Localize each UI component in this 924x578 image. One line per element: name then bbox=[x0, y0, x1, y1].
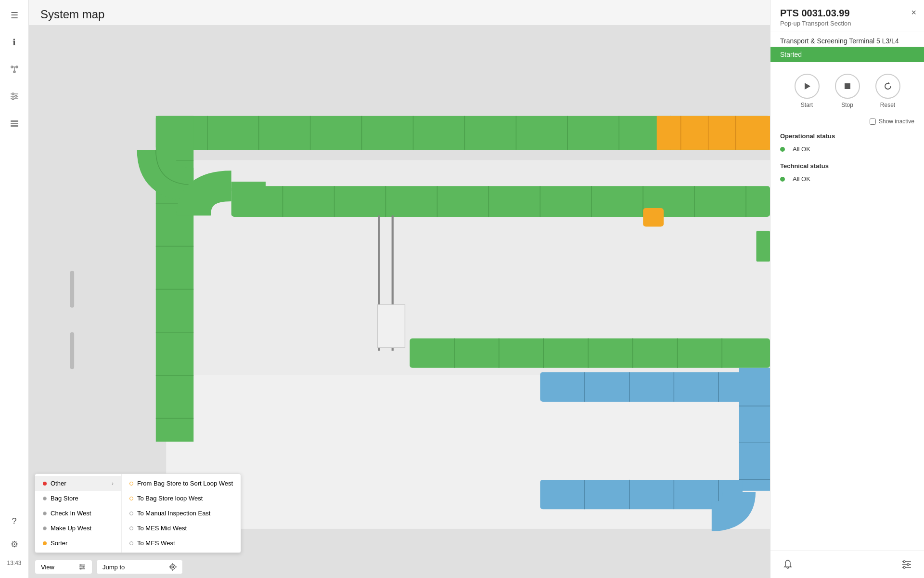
svg-point-85 bbox=[80, 568, 82, 570]
submenu-label-4: To MES Mid West bbox=[137, 525, 187, 532]
svg-rect-11 bbox=[11, 120, 18, 122]
stop-label: Stop bbox=[841, 102, 853, 108]
menu-label-makeup: Make Up West bbox=[51, 525, 91, 532]
submenu-item-from-bagstore[interactable]: From Bag Store to Sort Loop West bbox=[122, 476, 241, 491]
submenu-item-to-mes-west[interactable]: To MES West bbox=[122, 536, 241, 551]
technical-status-header: Technical status bbox=[770, 157, 924, 171]
svg-point-83 bbox=[80, 565, 82, 566]
sliders-panel-icon[interactable] bbox=[899, 557, 914, 572]
svg-rect-69 bbox=[739, 368, 770, 491]
menu-dot-other bbox=[43, 482, 47, 486]
technical-status-row: All OK bbox=[770, 171, 924, 186]
submenu-label-1: From Bag Store to Sort Loop West bbox=[137, 480, 233, 487]
svg-point-98 bbox=[903, 561, 905, 563]
operational-status-value: All OK bbox=[793, 145, 810, 153]
filter-icon[interactable] bbox=[7, 89, 22, 104]
jump-to-button[interactable]: Jump to bbox=[96, 560, 183, 574]
help-icon[interactable]: ? bbox=[7, 513, 22, 529]
bell-icon[interactable] bbox=[780, 557, 796, 572]
svg-point-100 bbox=[903, 566, 905, 568]
svg-rect-12 bbox=[11, 123, 18, 124]
time-display: 13:43 bbox=[7, 560, 21, 570]
submenu-dot-2 bbox=[129, 497, 133, 500]
menu-label-other: Other bbox=[51, 480, 66, 487]
reset-label: Reset bbox=[880, 102, 895, 108]
svg-rect-52 bbox=[231, 182, 266, 191]
info-icon[interactable]: ℹ bbox=[7, 35, 22, 50]
svg-point-8 bbox=[12, 93, 14, 95]
svg-point-87 bbox=[172, 566, 174, 568]
page-title: System map bbox=[40, 8, 758, 21]
menu-dot-checkin bbox=[43, 512, 47, 515]
menu-icon[interactable]: ☰ bbox=[7, 8, 22, 23]
svg-rect-40 bbox=[231, 186, 770, 217]
reset-button[interactable]: Reset bbox=[875, 74, 900, 108]
stop-button[interactable]: Stop bbox=[835, 74, 860, 108]
list-icon[interactable] bbox=[7, 116, 22, 131]
show-inactive-label: Show inactive bbox=[879, 118, 914, 125]
menu-item-makeup[interactable]: Make Up West bbox=[35, 521, 121, 536]
view-button[interactable]: View bbox=[35, 560, 92, 574]
svg-rect-79 bbox=[70, 332, 75, 369]
menu-label-checkin: Check In West bbox=[51, 510, 91, 517]
submenu-label-3: To Manual Inspection East bbox=[137, 510, 210, 517]
start-icon[interactable] bbox=[795, 74, 820, 99]
submenu-item-to-mes-mid[interactable]: To MES Mid West bbox=[122, 521, 241, 536]
svg-point-99 bbox=[907, 564, 909, 565]
svg-marker-94 bbox=[888, 82, 890, 84]
status-text: Started bbox=[780, 51, 802, 58]
submenu-item-to-bagstore[interactable]: To Bag Store loop West bbox=[122, 491, 241, 506]
context-menu: Other › Bag Store Check In West Make Up … bbox=[35, 473, 241, 553]
svg-rect-93 bbox=[845, 83, 850, 89]
sidebar-bottom: ? ⚙ 13:43 bbox=[7, 513, 22, 570]
view-label: View bbox=[41, 564, 54, 571]
svg-rect-28 bbox=[657, 116, 770, 150]
menu-label-sorter: Sorter bbox=[51, 539, 67, 547]
jump-to-label: Jump to bbox=[103, 564, 125, 571]
menu-item-sorter[interactable]: Sorter bbox=[35, 536, 121, 551]
panel-bottom bbox=[770, 551, 924, 578]
menu-dot-makeup bbox=[43, 526, 47, 530]
svg-rect-63 bbox=[540, 372, 770, 402]
reset-icon[interactable] bbox=[875, 74, 900, 99]
submenu-item-to-manual[interactable]: To Manual Inspection East bbox=[122, 506, 241, 521]
submenu-dot-1 bbox=[129, 482, 133, 486]
submenu-dot-4 bbox=[129, 526, 133, 530]
technical-status-value: All OK bbox=[793, 175, 810, 183]
menu-dot-bagstore bbox=[43, 497, 47, 500]
svg-rect-78 bbox=[70, 271, 75, 308]
operational-status-indicator bbox=[780, 147, 785, 152]
right-panel: PTS 0031.03.99 Pop-up Transport Section … bbox=[770, 0, 924, 578]
panel-title: PTS 0031.03.99 bbox=[780, 8, 914, 19]
node-icon[interactable] bbox=[7, 62, 22, 77]
panel-close-button[interactable]: × bbox=[911, 8, 916, 18]
technical-status-indicator bbox=[780, 177, 785, 182]
submenu-label-5: To MES West bbox=[137, 539, 175, 547]
menu-item-other[interactable]: Other › bbox=[35, 476, 121, 491]
start-label: Start bbox=[801, 102, 813, 108]
submenu-dot-5 bbox=[129, 541, 133, 545]
panel-subtitle: Pop-up Transport Section bbox=[780, 20, 914, 27]
controls-row: Start Stop Reset bbox=[770, 62, 924, 116]
svg-rect-62 bbox=[756, 231, 770, 262]
operational-status-row: All OK bbox=[770, 142, 924, 157]
target-icon bbox=[169, 563, 177, 571]
panel-header: PTS 0031.03.99 Pop-up Transport Section … bbox=[770, 0, 924, 31]
svg-point-86 bbox=[170, 565, 175, 569]
submenu-dot-3 bbox=[129, 512, 133, 515]
svg-rect-13 bbox=[11, 125, 18, 127]
stop-icon[interactable] bbox=[835, 74, 860, 99]
context-menu-left-panel: Other › Bag Store Check In West Make Up … bbox=[35, 474, 122, 552]
status-bar: Started bbox=[770, 47, 924, 62]
show-inactive-checkbox[interactable] bbox=[870, 118, 876, 125]
menu-item-bagstore[interactable]: Bag Store bbox=[35, 491, 121, 506]
start-button[interactable]: Start bbox=[795, 74, 820, 108]
svg-rect-53 bbox=[377, 304, 405, 347]
panel-section-title: Transport & Screening Terminal 5 L3/L4 bbox=[770, 31, 924, 47]
map-area[interactable]: Other › Bag Store Check In West Make Up … bbox=[29, 25, 770, 578]
menu-label-bagstore: Bag Store bbox=[51, 495, 78, 502]
menu-item-checkin[interactable]: Check In West bbox=[35, 506, 121, 521]
settings-icon[interactable]: ⚙ bbox=[7, 537, 22, 552]
map-bottom-bar: View Jump to bbox=[29, 556, 189, 578]
context-menu-right-panel: From Bag Store to Sort Loop West To Bag … bbox=[122, 474, 241, 552]
